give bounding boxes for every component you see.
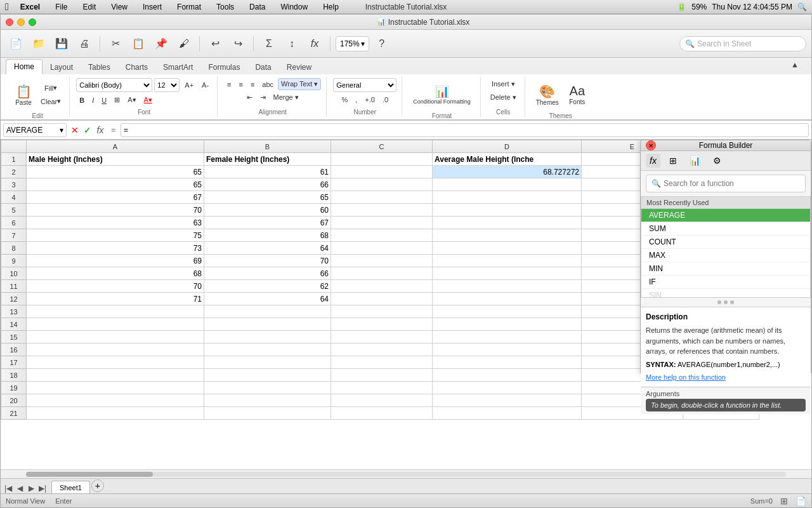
cell[interactable] (27, 318, 204, 331)
new-btn[interactable]: 📄 (6, 34, 26, 54)
cell[interactable]: 62 (204, 280, 331, 293)
tab-smartart[interactable]: SmartArt (155, 60, 200, 74)
cell[interactable] (331, 407, 433, 420)
paste-button[interactable]: 📋 Paste (11, 78, 36, 111)
cell[interactable] (433, 318, 582, 331)
cell[interactable] (433, 255, 582, 267)
number-format-select[interactable]: General Number Currency Percentage (333, 78, 396, 92)
print-btn[interactable]: 🖨 (74, 34, 95, 54)
search-in-sheet-box[interactable]: 🔍 Search in Sheet (679, 36, 806, 51)
cell[interactable] (331, 305, 433, 318)
last-sheet-btn[interactable]: ▶| (37, 483, 48, 493)
more-help-link[interactable]: More help on this function (646, 372, 806, 383)
cancel-formula-btn[interactable]: ✕ (69, 124, 81, 136)
cell[interactable] (331, 153, 433, 166)
formula-wizard-btn[interactable]: fx (95, 124, 106, 136)
cell[interactable]: 70 (27, 280, 204, 293)
cell[interactable] (27, 382, 204, 394)
save-btn[interactable]: 💾 (51, 34, 72, 54)
menu-window[interactable]: Window (277, 3, 311, 11)
cell[interactable]: 65 (27, 178, 204, 191)
insert-cells-btn[interactable]: Insert ▾ (488, 78, 518, 90)
fb-formula-icon-btn[interactable]: fx (646, 154, 660, 168)
dec-inc-btn[interactable]: +.0 (362, 94, 378, 105)
apple-menu[interactable]:  (5, 1, 9, 13)
cell[interactable]: 67 (27, 191, 204, 204)
minimize-button[interactable] (17, 18, 25, 26)
cell[interactable] (204, 369, 331, 382)
cell[interactable]: 71 (27, 293, 204, 305)
cell[interactable] (331, 318, 433, 331)
cell[interactable] (433, 204, 582, 217)
conditional-format-btn[interactable]: 📊 Conditional Formatting (409, 78, 475, 111)
cell[interactable] (433, 191, 582, 204)
abc-btn[interactable]: abc (259, 78, 277, 90)
cell[interactable] (204, 331, 331, 344)
menu-insert[interactable]: Insert (139, 3, 166, 11)
autosum-btn[interactable]: Σ (259, 34, 279, 54)
cell[interactable] (433, 242, 582, 255)
fb-chart-icon-btn[interactable]: 📊 (686, 154, 704, 168)
fill-button[interactable]: Fill ▾ (37, 82, 64, 94)
sort-btn[interactable]: ↕ (282, 34, 302, 54)
redo-btn[interactable]: ↪ (228, 34, 248, 54)
formula-btn[interactable]: fx (304, 34, 325, 54)
fb-table-icon-btn[interactable]: ⊞ (665, 154, 681, 168)
fonts-btn[interactable]: Aa Fonts (565, 78, 590, 111)
function-item-average[interactable]: AVERAGE (641, 209, 810, 222)
tab-charts[interactable]: Charts (118, 60, 155, 74)
cell[interactable] (331, 166, 433, 178)
cell[interactable] (331, 356, 433, 369)
cell[interactable]: 68.727272 (433, 166, 582, 178)
tab-home[interactable]: Home (6, 59, 43, 74)
cell[interactable]: 70 (27, 204, 204, 217)
cell[interactable] (331, 242, 433, 255)
close-button[interactable] (6, 18, 13, 26)
formula-builder-search[interactable]: 🔍 (646, 175, 806, 192)
cell[interactable] (27, 356, 204, 369)
col-header-A[interactable]: A (27, 140, 204, 153)
border-btn[interactable]: ⊞ (111, 94, 123, 106)
themes-btn[interactable]: 🎨 Themes (532, 78, 563, 111)
fb-settings-icon-btn[interactable]: ⚙ (709, 154, 725, 168)
cell[interactable] (433, 407, 582, 420)
cell[interactable] (204, 305, 331, 318)
cell[interactable] (204, 407, 331, 420)
cell[interactable] (331, 293, 433, 305)
font-color-btn[interactable]: A▾ (141, 94, 155, 106)
cell[interactable] (331, 382, 433, 394)
cell[interactable]: 65 (27, 166, 204, 178)
wrap-text-btn[interactable]: Wrap Text ▾ (278, 78, 321, 90)
cell[interactable] (433, 305, 582, 318)
cell[interactable]: Female Height (Inches) (204, 153, 331, 166)
cell[interactable]: 66 (204, 178, 331, 191)
cell[interactable]: 69 (27, 255, 204, 267)
undo-btn[interactable]: ↩ (205, 34, 225, 54)
cell[interactable]: 68 (27, 267, 204, 280)
confirm-formula-btn[interactable]: ✓ (82, 124, 93, 136)
tab-data[interactable]: Data (247, 60, 278, 74)
function-item-count[interactable]: COUNT (641, 236, 810, 249)
menu-excel[interactable]: Excel (16, 3, 44, 11)
cell[interactable] (433, 229, 582, 242)
collapse-ribbon-btn[interactable]: ▲ (783, 58, 806, 72)
maximize-button[interactable] (29, 18, 36, 26)
underline-btn[interactable]: U (98, 95, 110, 106)
fb-resize-handle[interactable] (641, 298, 811, 307)
cell[interactable] (27, 394, 204, 407)
cell[interactable]: 75 (27, 229, 204, 242)
cell[interactable] (433, 178, 582, 191)
cell[interactable]: Male Height (Inches) (27, 153, 204, 166)
cell[interactable] (204, 344, 331, 356)
align-left-btn[interactable]: ≡ (224, 78, 234, 90)
cell[interactable] (204, 382, 331, 394)
cell[interactable]: 60 (204, 204, 331, 217)
col-header-C[interactable]: C (331, 140, 433, 153)
function-item-min[interactable]: MIN (641, 262, 810, 276)
cell[interactable] (433, 280, 582, 293)
indent-inc-btn[interactable]: ⇥ (257, 91, 269, 104)
zoom-dropdown-icon[interactable]: ▾ (361, 39, 365, 48)
cell[interactable] (331, 255, 433, 267)
cell[interactable] (331, 229, 433, 242)
cell[interactable] (27, 369, 204, 382)
